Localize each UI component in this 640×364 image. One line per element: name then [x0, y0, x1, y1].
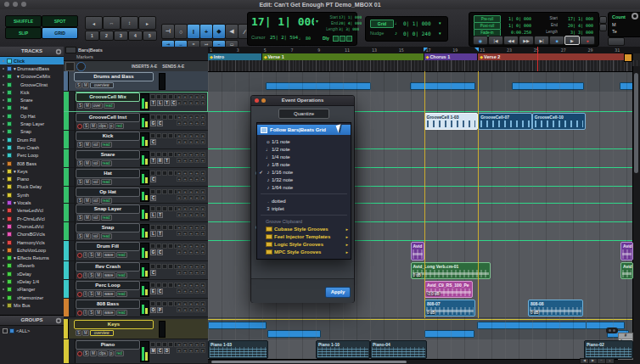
send-slot[interactable]: + [200, 94, 205, 99]
sidebar-track-hat[interactable]: Hat [0, 104, 64, 112]
send-slot[interactable]: + [182, 249, 188, 255]
group-enable-icon[interactable] [3, 328, 8, 333]
show-hide-dot-icon[interactable] [3, 68, 4, 70]
automation-mode-button[interactable]: read [101, 215, 112, 221]
automation-mode-button[interactable]: read [101, 160, 112, 166]
send-slot[interactable]: + [188, 206, 194, 211]
zoom-preset-2[interactable]: 2 [99, 31, 114, 41]
send-slot[interactable]: + [182, 115, 188, 120]
send-slot[interactable]: + [188, 100, 194, 105]
sidebar-track-xflanger[interactable]: xFlanger [0, 286, 64, 294]
send-slot[interactable]: + [182, 189, 188, 194]
show-hide-dot-icon[interactable] [3, 226, 4, 227]
send-slot[interactable]: + [182, 348, 188, 353]
track-row-snap[interactable]: SnapSMvolreadLT++++++++++ [64, 222, 208, 241]
vertical-scrollbar[interactable] [632, 66, 640, 364]
send-slot[interactable]: + [194, 348, 199, 353]
send-slot[interactable]: + [177, 171, 182, 176]
send-slot[interactable]: + [182, 120, 188, 126]
send-slot[interactable]: + [182, 206, 188, 211]
insert-slot[interactable] [162, 133, 167, 138]
dialog-minimize-icon[interactable] [261, 98, 266, 103]
track-view-button[interactable]: vol [92, 160, 100, 166]
insert-slot[interactable] [156, 133, 161, 138]
clip-gain-badge[interactable]: -2.0 dB [426, 292, 441, 296]
solo-button[interactable]: S [76, 82, 81, 88]
patch-button[interactable]: p [109, 350, 115, 356]
send-slot[interactable]: + [182, 225, 188, 230]
close-window-icon[interactable] [4, 2, 9, 7]
sidebar-track-chorsbgvcls[interactable]: ChorsBGVcls [0, 231, 64, 238]
horizontal-zoom-icon[interactable]: ↔ [103, 16, 121, 30]
mute-button[interactable]: M [82, 82, 89, 88]
automation-mode-button[interactable]: read [101, 233, 112, 239]
send-slot[interactable]: + [200, 283, 205, 288]
track-view-button[interactable]: wave [103, 291, 115, 297]
insert-slot[interactable] [168, 264, 173, 269]
track-mini-strip[interactable] [69, 168, 76, 186]
clip-piano-1-10[interactable]: Piano 1-10 [316, 340, 370, 359]
track-name[interactable]: Piano [76, 340, 140, 350]
send-slot[interactable]: + [188, 94, 194, 99]
record-arm-button[interactable] [77, 311, 82, 316]
clip-avid[interactable]: Avid [620, 262, 633, 279]
mute-button[interactable]: M [84, 142, 91, 148]
sends-column-header[interactable]: SENDS A-E [162, 64, 184, 69]
send-slot[interactable]: + [182, 307, 188, 312]
edit-mode-slip[interactable]: SLIP [5, 27, 42, 39]
insert-chip-t[interactable]: T [157, 212, 163, 218]
insert-chip-c[interactable]: C [157, 348, 163, 354]
send-slot[interactable]: + [194, 212, 199, 217]
zoom-in-button[interactable]: + [605, 358, 615, 364]
tracks-panel-gear-icon[interactable] [56, 49, 61, 54]
insert-chip-t[interactable]: T [150, 100, 156, 106]
automation-mode-button[interactable]: red [115, 350, 124, 356]
metronome-icon[interactable] [333, 36, 339, 42]
solo-button[interactable]: S [77, 179, 83, 185]
sidebar-track-pluck-delay[interactable]: Pluck Delay [0, 183, 64, 191]
track-mini-strip[interactable] [69, 92, 76, 111]
track-row-perc-loop[interactable]: Perc LoopISMwavereadEC++++++++++ [64, 280, 208, 299]
send-slot[interactable]: + [188, 231, 194, 236]
insert-slot[interactable] [150, 94, 155, 99]
track-row-drum-fill[interactable]: Drum FillISMwavereadGC++++++++++ [64, 241, 208, 261]
send-slot[interactable]: + [177, 249, 182, 255]
group-item-all[interactable]: <ALL> [0, 327, 64, 334]
track-mini-strip[interactable] [69, 187, 76, 203]
insert-slot[interactable] [156, 225, 161, 230]
show-hide-dot-icon[interactable] [3, 273, 4, 275]
tempo-note-icon[interactable]: ♩ [299, 36, 303, 41]
send-slot[interactable]: + [182, 283, 188, 288]
send-slot[interactable]: + [200, 139, 205, 144]
sidebar-track-perc-loop[interactable]: Perc Loop [0, 152, 64, 160]
vertical-scroll-thumb[interactable] [634, 73, 638, 173]
track-name[interactable]: Drums and Bass [74, 72, 154, 81]
track-name[interactable]: Kick [76, 132, 140, 141]
clip-piano-1-03[interactable]: Piano 1-03 [208, 340, 268, 359]
send-slot[interactable]: + [200, 152, 205, 157]
insert-chip-r[interactable]: R [157, 158, 163, 164]
count-off-label[interactable]: Count [612, 14, 626, 20]
sidebar-track-pr-chrsldvcl[interactable]: Pr-ChrsLdVcl [0, 215, 64, 222]
send-slot[interactable]: + [182, 100, 188, 105]
send-slot[interactable]: + [177, 115, 182, 120]
show-hide-dot-icon[interactable] [3, 115, 4, 117]
track-mini-strip[interactable] [69, 112, 76, 130]
insert-slot[interactable] [168, 283, 173, 288]
sidebar-track-vocals[interactable]: ▾ Vocals [0, 199, 64, 206]
menu-item-1-1-note[interactable]: o1/1 note [257, 137, 351, 145]
send-slot[interactable]: + [200, 249, 205, 255]
track-name[interactable]: Snare [76, 150, 140, 160]
send-slot[interactable]: + [188, 171, 194, 176]
input-monitor-button[interactable]: I [83, 310, 87, 316]
show-hide-dot-icon[interactable] [3, 154, 4, 156]
record-arm-button[interactable] [77, 253, 82, 258]
send-slot[interactable]: + [177, 139, 182, 144]
send-slot[interactable]: + [200, 301, 205, 306]
sidebar-track-rev-crash[interactable]: Rev Crash [0, 143, 64, 151]
clip-groovecell-10[interactable]: GrooveCell-10 [532, 113, 587, 130]
mute-button[interactable]: M [84, 233, 91, 239]
transport-postroll-value[interactable]: 1| 0| 000 [502, 23, 531, 28]
record-arm-button[interactable] [77, 273, 82, 278]
solo-button[interactable]: S [77, 233, 83, 239]
